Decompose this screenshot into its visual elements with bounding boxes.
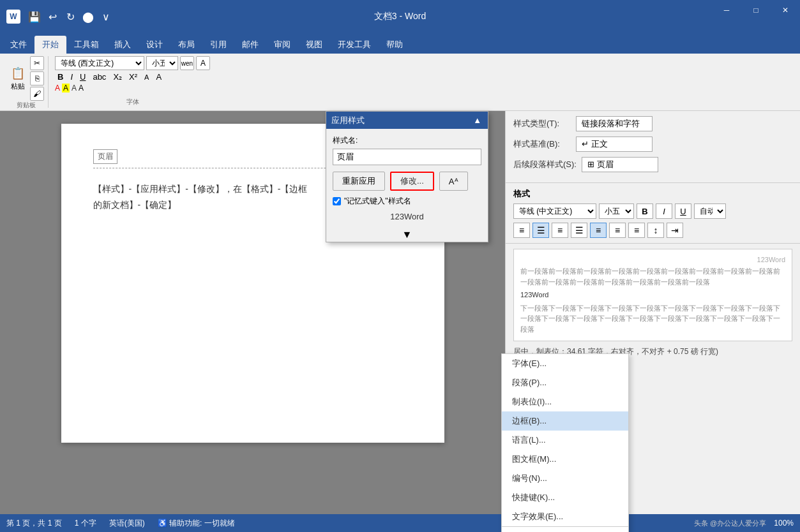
- font-label: 字体: [126, 98, 139, 108]
- aa-button[interactable]: Aᴬ: [439, 172, 468, 191]
- title-text: 文档3 - Word: [374, 11, 426, 22]
- tab-view[interactable]: 视图: [298, 36, 330, 54]
- font-size-selector[interactable]: 小五: [146, 56, 178, 70]
- copy-button[interactable]: ⎘: [30, 71, 44, 85]
- right-underline-button[interactable]: U: [675, 203, 691, 219]
- dialog-scroll-up[interactable]: ▲: [472, 114, 483, 126]
- save-button[interactable]: 💾: [27, 9, 42, 24]
- modify-button[interactable]: 修改...: [390, 172, 434, 191]
- ctx-font[interactable]: 字体(E)...: [502, 354, 628, 373]
- tab-mailings[interactable]: 邮件: [234, 36, 266, 54]
- align-left-button[interactable]: ≡: [513, 223, 530, 238]
- right-auto-selector[interactable]: 自动: [694, 203, 726, 219]
- ctx-tabs[interactable]: 制表位(I)...: [502, 392, 628, 411]
- dialog-scroll-down[interactable]: ▼: [326, 228, 488, 242]
- shrink-font-button[interactable]: A: [142, 73, 151, 82]
- paste-icon: 📋: [11, 66, 25, 80]
- font-color-indicator: A: [55, 84, 60, 92]
- font-row3: A A A A: [55, 84, 84, 92]
- page-header-label: 页眉: [93, 149, 117, 164]
- align-center-button[interactable]: ☰: [532, 223, 549, 238]
- underline-button[interactable]: U: [77, 71, 88, 82]
- tab-design[interactable]: 设计: [139, 36, 170, 54]
- right-size-selector[interactable]: 小五: [599, 203, 634, 219]
- strikethrough-button[interactable]: abc: [90, 71, 109, 82]
- indent-button[interactable]: ⇥: [667, 223, 683, 238]
- customize-button[interactable]: ⬤: [80, 9, 96, 24]
- redo-button[interactable]: ↻: [63, 9, 78, 24]
- tab-developer[interactable]: 开发工具: [330, 36, 379, 54]
- ctx-paragraph[interactable]: 段落(P)...: [502, 373, 628, 392]
- cut-button[interactable]: ✂: [30, 56, 44, 70]
- tab-review[interactable]: 审阅: [266, 36, 298, 54]
- en-btn[interactable]: wen: [180, 56, 194, 70]
- ctx-numbering[interactable]: 编号(N)...: [502, 469, 628, 488]
- bold-button[interactable]: B: [55, 71, 66, 82]
- font-row1: 等线 (西文正文) 小五 wen A: [55, 56, 210, 70]
- status-bar: 第 1 页，共 1 页 1 个字 英语(美国) ♿ 辅助功能: 一切就绪 头条 …: [0, 514, 800, 532]
- ctx-border[interactable]: 边框(B)...: [502, 411, 628, 431]
- tab-layout[interactable]: 布局: [170, 36, 202, 54]
- status-right: 头条 @办公达人爱分享 100%: [694, 519, 794, 528]
- right-font-selector[interactable]: 等线 (中文正文): [513, 203, 596, 219]
- tab-home[interactable]: 开始: [34, 36, 66, 54]
- dialog-title-bar: 应用样式 ▲: [326, 112, 488, 129]
- zoom-level: 100%: [774, 519, 794, 528]
- clear-format-button[interactable]: A: [153, 71, 164, 82]
- ctx-language[interactable]: 语言(L)...: [502, 431, 628, 450]
- font-name-selector[interactable]: 等线 (西文正文): [55, 56, 144, 70]
- italic-button[interactable]: I: [68, 71, 75, 82]
- ctx-shortcut[interactable]: 快捷键(K)...: [502, 488, 628, 507]
- preview-box: 123Word 前一段落前一段落前一段落前一段落前一段落前一段落前一段落前一段落…: [513, 249, 792, 341]
- grow-font-button[interactable]: A: [196, 56, 210, 70]
- dialog-buttons: 重新应用 修改... Aᴬ: [333, 172, 481, 191]
- style-name-input[interactable]: [333, 149, 481, 165]
- next-para-row: 后续段落样式(S): ⊞ 页眉: [513, 157, 792, 172]
- font-row2: B I U abc X₂ X² A A: [55, 71, 164, 82]
- subscript-button[interactable]: X₂: [110, 71, 125, 82]
- checkbox-row: "记忆式键入"样式名: [333, 196, 481, 207]
- language: 英语(美国): [109, 518, 145, 529]
- preview-after-text: 下一段落下一段落下一段落下一段落下一段落下一段落下一段落下一段落下一段落下一段落…: [520, 303, 785, 335]
- align-toolbar: ≡ ☰ ≡ ☰ ≡ ≡ ≡ ↕ ⇥: [513, 223, 792, 238]
- ribbon-toolbar: 📋 粘贴 ✂ ⎘ 🖌 剪贴板 等线 (西文正文) 小五 wen A: [0, 54, 800, 111]
- right-italic-button[interactable]: I: [656, 203, 672, 219]
- clipboard-label: 剪贴板: [17, 101, 36, 111]
- line-spacing-button[interactable]: ↕: [647, 223, 664, 238]
- minimize-button[interactable]: ─: [712, 0, 741, 20]
- page-info: 第 1 页，共 1 页: [6, 518, 62, 529]
- title-bar-left: W 💾 ↩ ↻ ⬤ ∨: [6, 9, 114, 24]
- style-class-row: 样式类型(T): 链接段落和字符: [513, 116, 792, 131]
- clipboard-group: 📋 粘贴 ✂ ⎘ 🖌 剪贴板: [4, 56, 49, 108]
- memory-checkbox[interactable]: [333, 197, 341, 205]
- tab-insert[interactable]: 插入: [107, 36, 139, 54]
- tab-references[interactable]: 引用: [202, 36, 234, 54]
- ctx-text-effect[interactable]: 文字效果(E)...: [502, 507, 628, 526]
- close-button[interactable]: ✕: [771, 0, 800, 20]
- reapply-button[interactable]: 重新应用: [333, 172, 385, 191]
- right-panel-format: 格式 等线 (中文正文) 小五 B I U 自动 ≡ ☰ ≡ ☰: [506, 183, 800, 244]
- next-para-label: 后续段落样式(S):: [513, 159, 577, 170]
- undo-button[interactable]: ↩: [45, 9, 60, 24]
- apply-style-dialog: 应用样式 ▲ 样式名: 重新应用 修改... Aᴬ "记忆式键入"样式名 123…: [326, 111, 488, 242]
- right-bold-button[interactable]: B: [637, 203, 653, 219]
- superscript-button[interactable]: X²: [126, 71, 140, 82]
- align-justify-button[interactable]: ☰: [571, 223, 587, 238]
- align-left2-button[interactable]: ≡: [590, 223, 607, 238]
- aa-btn[interactable]: A: [79, 84, 84, 92]
- more-button[interactable]: ∨: [98, 9, 114, 24]
- ctx-format[interactable]: 格式(O) ▸: [502, 526, 628, 532]
- align-justify2-button[interactable]: ≡: [628, 223, 645, 238]
- ctx-frame[interactable]: 图文框(M)...: [502, 450, 628, 469]
- tab-file[interactable]: 文件: [3, 36, 34, 54]
- word-count: 1 个字: [75, 518, 96, 529]
- tab-toolbox[interactable]: 工具箱: [66, 36, 107, 54]
- align-right-button[interactable]: ≡: [552, 223, 568, 238]
- style-base-value: ↵ 正文: [576, 137, 653, 152]
- paste-button[interactable]: 📋 粘贴: [8, 64, 28, 93]
- format-paint-button[interactable]: 🖌: [30, 87, 44, 101]
- maximize-button[interactable]: □: [741, 0, 771, 20]
- tab-help[interactable]: 帮助: [379, 36, 411, 54]
- style-base-label: 样式基准(B):: [513, 138, 571, 150]
- align-right2-button[interactable]: ≡: [609, 223, 626, 238]
